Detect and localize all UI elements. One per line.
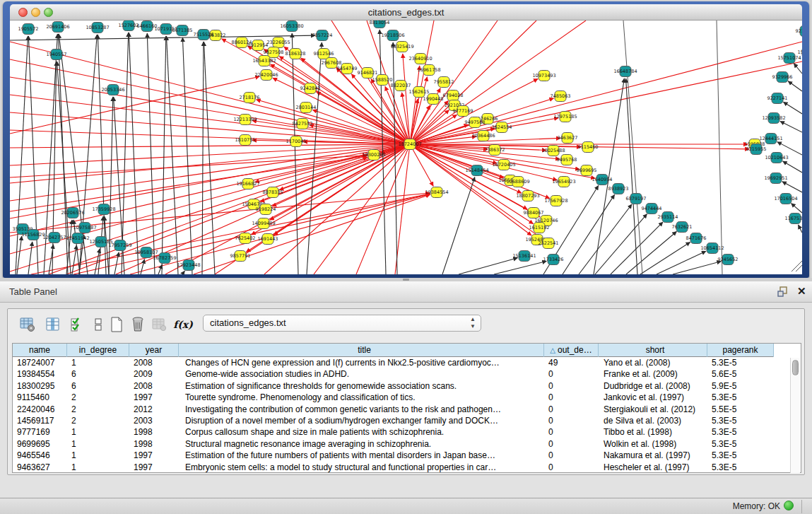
citation-edge-red[interactable]	[279, 144, 410, 190]
table-row[interactable]: 1456911722003Disruption of a novel membe…	[13, 415, 792, 426]
table-row[interactable]: 1938455462009Genome-wide association stu…	[13, 368, 792, 380]
graph-node[interactable]: 23226055	[266, 37, 290, 48]
column-header-title[interactable]: title	[179, 344, 544, 357]
citation-edge-black[interactable]	[141, 259, 145, 274]
graph-node[interactable]: 1167531	[785, 214, 802, 224]
graph-node[interactable]: 8813054	[370, 21, 390, 28]
graph-node[interactable]: 2935114	[658, 212, 678, 223]
table-row[interactable]: 969969511998Structural magnetic resonanc…	[13, 438, 792, 450]
graph-node[interactable]: 19166827	[236, 179, 259, 189]
graph-node[interactable]: 1562615	[409, 87, 430, 98]
network-view-window[interactable]: citations_edges.txt 18724007766382288601…	[3, 1, 809, 278]
delete-table-icon[interactable]	[129, 316, 146, 333]
graph-node[interactable]: 12923448	[177, 260, 200, 271]
citation-edge-black[interactable]	[783, 102, 802, 114]
graph-node[interactable]: 16053380	[280, 21, 303, 32]
graph-node[interactable]: 1588520	[372, 75, 393, 86]
citation-edge-black[interactable]	[794, 64, 802, 74]
graph-node[interactable]: 10210643	[765, 153, 788, 163]
graph-node[interactable]: 15136141	[512, 251, 536, 262]
table-row[interactable]: 2242004622012Investigating the contribut…	[13, 404, 792, 415]
citation-edge-black[interactable]	[459, 258, 517, 274]
citation-edge-black[interactable]	[72, 245, 76, 274]
citation-edge-black[interactable]	[798, 225, 802, 233]
graph-node[interactable]: 7632621	[672, 222, 693, 233]
citation-edge-red[interactable]	[264, 144, 410, 274]
graph-node[interactable]: 9495768	[557, 155, 577, 165]
graph-node[interactable]: 9699695	[577, 165, 597, 176]
citation-edge-black[interactable]	[129, 33, 139, 274]
citation-network-graph[interactable]: 1872400776638228860124891295423226055982…	[10, 21, 802, 274]
graph-node[interactable]: 10973493	[532, 71, 555, 81]
column-header-out_de[interactable]: △out_de…	[544, 344, 599, 357]
citation-edge-black[interactable]	[147, 33, 155, 274]
graph-node[interactable]: 7485063	[551, 91, 571, 102]
graph-node[interactable]: 8938923	[608, 184, 629, 194]
import-table-icon[interactable]	[151, 316, 167, 333]
splitter-grip-icon[interactable]	[403, 279, 409, 281]
close-panel-icon[interactable]: ✕	[797, 285, 806, 298]
citation-edge-black[interactable]	[782, 182, 802, 192]
citation-edge-black[interactable]	[579, 204, 632, 274]
citation-edge-black[interactable]	[780, 121, 802, 132]
node-table[interactable]: namein_degreeyeartitle△out_de…shortpager…	[12, 343, 801, 473]
citation-edge-red[interactable]	[10, 144, 410, 236]
citation-edge-black[interactable]	[595, 214, 647, 274]
graph-node[interactable]: 17567928	[544, 196, 567, 206]
vertical-scrollbar[interactable]	[790, 358, 800, 473]
graph-node[interactable]: 14099489	[252, 218, 275, 229]
citation-edge-black[interactable]	[494, 261, 546, 274]
graph-node[interactable]: 16720405	[492, 160, 515, 170]
citation-edge-red[interactable]	[10, 76, 259, 134]
graph-node[interactable]: 20691406	[46, 22, 69, 33]
graph-node[interactable]: 8471676	[686, 233, 707, 244]
graph-node[interactable]: 7857224	[312, 30, 333, 41]
graph-node[interactable]: 8878335	[263, 187, 283, 198]
citation-edge-red[interactable]	[395, 144, 410, 274]
graph-node[interactable]: 2803144	[296, 103, 317, 113]
citation-edge-black[interactable]	[792, 204, 802, 213]
citation-edge-red[interactable]	[410, 42, 802, 144]
table-row[interactable]: 946362711997Embryonic stem cells: a mode…	[13, 462, 792, 473]
graph-node[interactable]: 10853287	[86, 23, 109, 33]
graph-node[interactable]: 1905572	[18, 24, 39, 35]
citation-edge-black[interactable]	[792, 261, 802, 271]
graph-node[interactable]: 9329966	[772, 72, 793, 83]
graph-node[interactable]: 9219743	[796, 26, 802, 37]
citation-edge-black[interactable]	[626, 78, 637, 274]
graph-node[interactable]: 19384554	[425, 187, 448, 198]
float-panel-icon[interactable]	[777, 286, 789, 298]
column-header-short[interactable]: short	[599, 344, 707, 357]
column-header-pagerank[interactable]: pagerank	[707, 344, 774, 357]
create-table-icon[interactable]	[108, 316, 125, 333]
graph-node[interactable]: 9115460	[578, 142, 599, 153]
graph-node[interactable]: 19218506	[381, 30, 404, 41]
column-header-in_degree[interactable]: in_degree	[67, 344, 129, 357]
citation-edge-black[interactable]	[122, 33, 129, 274]
window-titlebar[interactable]: citations_edges.txt	[10, 4, 802, 21]
column-header-name[interactable]: name	[13, 344, 67, 357]
table-row[interactable]: 1872400712008Changes of HCN gene express…	[13, 357, 792, 368]
show-columns-icon[interactable]	[45, 316, 61, 333]
graph-node[interactable]: 1940557	[47, 49, 67, 60]
citation-edge-black[interactable]	[788, 81, 802, 91]
graph-node[interactable]: 9245652	[718, 255, 739, 265]
table-row[interactable]: 946554611997Estimation of the future num…	[13, 450, 792, 461]
table-row[interactable]: 1830029562008Estimation of significance …	[13, 380, 792, 392]
citation-edge-black[interactable]	[28, 242, 33, 274]
table-settings-icon[interactable]	[19, 316, 36, 333]
select-columns-icon[interactable]	[69, 316, 86, 333]
graph-node[interactable]: 9463627	[558, 133, 578, 144]
graph-node[interactable]: 1527602	[119, 21, 139, 31]
graph-node[interactable]: 18325419	[390, 42, 413, 52]
citation-edge-black[interactable]	[783, 161, 802, 173]
table-selector-dropdown[interactable]: citations_edges.txt ▲▼	[203, 315, 481, 332]
network-canvas[interactable]: 1872400776638228860124891295423226055982…	[10, 21, 802, 274]
table-row[interactable]: 911546021997Tourette syndrome. Phenomeno…	[13, 392, 792, 403]
citation-edge-black[interactable]	[626, 231, 676, 274]
citation-edge-black[interactable]	[162, 36, 166, 274]
graph-node[interactable]: 6794028	[443, 90, 464, 101]
graph-node[interactable]: 1733426	[543, 255, 564, 265]
citation-edge-black[interactable]	[563, 194, 615, 274]
row-height-icon[interactable]	[90, 316, 107, 333]
